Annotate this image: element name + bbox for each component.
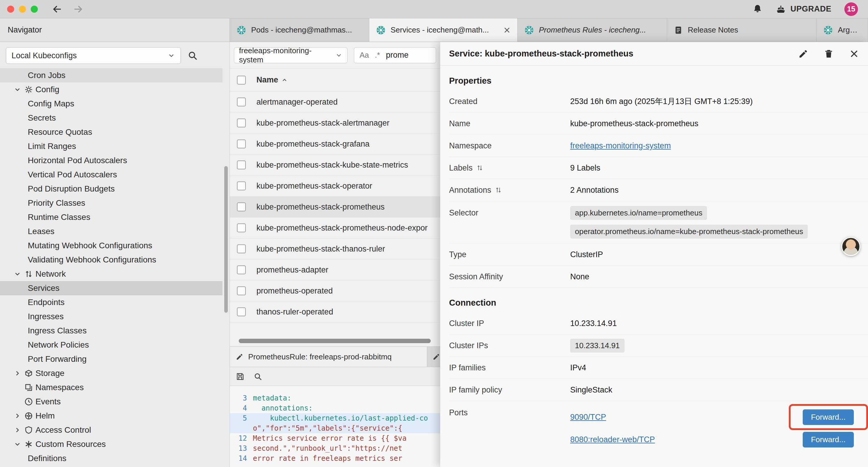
row-checkbox[interactable]: [237, 286, 246, 295]
sort-caret-icon[interactable]: [281, 77, 288, 83]
row-checkbox[interactable]: [237, 202, 246, 211]
table-row[interactable]: thanos-ruler-operated: [230, 301, 440, 322]
sidebar-group-helm[interactable]: Helm: [0, 409, 222, 423]
row-checkbox[interactable]: [237, 160, 246, 169]
name-column-header[interactable]: Name: [256, 76, 278, 85]
sidebar-item-priority-classes[interactable]: Priority Classes: [0, 196, 222, 210]
back-arrow-icon[interactable]: [52, 4, 63, 14]
tab-pods[interactable]: Pods - icecheng@mathmas...: [230, 18, 369, 42]
sidebar-item-mutating-webhook-configurations[interactable]: Mutating Webhook Configurations: [0, 238, 222, 253]
row-checkbox[interactable]: [237, 97, 246, 107]
minimize-window-button[interactable]: [19, 6, 26, 13]
table-row[interactable]: alertmanager-operated: [230, 92, 440, 113]
edit-pencil-icon[interactable]: [798, 49, 808, 59]
table-row[interactable]: kube-prometheus-stack-grafana: [230, 134, 440, 154]
row-checkbox[interactable]: [237, 119, 246, 127]
delete-trash-icon[interactable]: [824, 49, 834, 59]
sidebar-scrollbar[interactable]: [224, 166, 228, 313]
chevron-down-icon: [13, 270, 21, 278]
table-row[interactable]: prometheus-adapter: [230, 260, 440, 281]
sidebar-item-vertical-pod-autoscalers[interactable]: Vertical Pod Autoscalers: [0, 168, 222, 182]
table-row[interactable]: kube-prometheus-stack-operator: [230, 176, 440, 197]
sidebar-item-events[interactable]: Events: [0, 395, 222, 409]
row-checkbox[interactable]: [237, 308, 246, 316]
dock-tab-prometheusrule[interactable]: PrometheusRule: freeleaps-prod-rabbitmq: [230, 347, 427, 367]
row-checkbox[interactable]: [237, 140, 246, 148]
sidebar-item-config-maps[interactable]: Config Maps: [0, 97, 222, 111]
sidebar-item-cron-jobs[interactable]: Cron Jobs: [0, 68, 222, 83]
sidebar-item-leases[interactable]: Leases: [0, 224, 222, 238]
gear-icon: [24, 85, 33, 94]
match-case-icon[interactable]: Aa: [360, 51, 369, 60]
regex-icon[interactable]: .*: [375, 51, 380, 60]
table-row[interactable]: kube-prometheus-stack-kube-state-metrics: [230, 154, 440, 176]
forward-button[interactable]: Forward...: [803, 432, 854, 447]
close-tab-icon[interactable]: [503, 26, 511, 34]
expand-collapse-icon[interactable]: [476, 164, 483, 171]
table-horizontal-scrollbar[interactable]: [239, 339, 431, 343]
sidebar-item-limit-ranges[interactable]: Limit Ranges: [0, 139, 222, 153]
search-icon[interactable]: [253, 372, 262, 381]
sidebar-item-definitions[interactable]: Definitions: [0, 451, 222, 466]
sidebar-item-horizontal-pod-autoscalers[interactable]: Horizontal Pod Autoscalers: [0, 153, 222, 168]
sidebar-group-custom-resources[interactable]: Custom Resources: [0, 437, 222, 451]
sidebar-group-network[interactable]: Network: [0, 267, 222, 281]
sidebar-item-runtime-classes[interactable]: Runtime Classes: [0, 210, 222, 224]
sidebar-item-services[interactable]: Services: [0, 281, 222, 295]
table-row[interactable]: kube-prometheus-stack-alertmanager: [230, 113, 440, 134]
close-window-button[interactable]: [7, 6, 14, 13]
row-checkbox[interactable]: [237, 244, 246, 253]
tab-argo[interactable]: Argo S: [816, 18, 868, 42]
select-all-checkbox[interactable]: [237, 76, 246, 85]
kubernetes-icon: [823, 25, 833, 35]
sidebar-group-access-control[interactable]: Access Control: [0, 423, 222, 437]
namespace-link[interactable]: freeleaps-monitoring-system: [570, 141, 671, 150]
tab-prometheus-rules[interactable]: Prometheus Rules - icecheng...: [518, 18, 667, 42]
yaml-editor[interactable]: 3metadata: 4 annotations: 5 kubectl.kube…: [230, 386, 440, 467]
port-link[interactable]: 9090/TCP: [570, 413, 606, 422]
chevron-down-icon: [13, 440, 21, 448]
maximize-window-button[interactable]: [31, 6, 38, 13]
expand-collapse-icon[interactable]: [495, 186, 502, 194]
forward-arrow-icon[interactable]: [73, 4, 83, 14]
notification-count-badge[interactable]: 15: [844, 2, 858, 16]
sidebar-item-ingresses[interactable]: Ingresses: [0, 310, 222, 324]
search-icon[interactable]: [187, 50, 198, 61]
sidebar-group-storage[interactable]: Storage: [0, 366, 222, 380]
chevron-down-icon: [167, 52, 175, 59]
kubeconfig-dropdown[interactable]: Local Kubeconfigs: [6, 47, 181, 64]
sidebar-item-resource-quotas[interactable]: Resource Quotas: [0, 125, 222, 139]
upgrade-button[interactable]: UPGRADE: [776, 4, 831, 14]
sidebar-item-port-forwarding[interactable]: Port Forwarding: [0, 352, 222, 366]
forward-button[interactable]: Forward...: [803, 409, 854, 425]
table-row[interactable]: kube-prometheus-stack-prometheus-node-ex…: [230, 217, 440, 238]
upgrade-ship-icon: [776, 4, 786, 14]
row-checkbox[interactable]: [237, 181, 246, 191]
document-icon: [674, 25, 683, 35]
tab-release-notes[interactable]: Release Notes: [667, 18, 816, 42]
namespace-filter-dropdown[interactable]: freeleaps-monitoring-system: [234, 47, 347, 63]
row-checkbox[interactable]: [237, 265, 246, 274]
search-input[interactable]: Aa .* prome: [354, 47, 436, 63]
sidebar-item-validating-webhook-configurations[interactable]: Validating Webhook Configurations: [0, 253, 222, 267]
cluster-ip-row: Cluster IP 10.233.14.91: [449, 313, 868, 334]
save-icon[interactable]: [236, 372, 245, 381]
table-row-selected[interactable]: kube-prometheus-stack-prometheus: [230, 197, 440, 217]
table-row[interactable]: kube-prometheus-stack-thanos-ruler: [230, 238, 440, 260]
tab-services[interactable]: Services - icecheng@math...: [369, 18, 518, 42]
sidebar-item-endpoints[interactable]: Endpoints: [0, 295, 222, 310]
user-avatar[interactable]: [841, 237, 860, 256]
row-checkbox[interactable]: [237, 224, 246, 232]
table-header: Name: [230, 68, 440, 92]
close-panel-icon[interactable]: [849, 49, 859, 59]
sidebar-item-secrets[interactable]: Secrets: [0, 111, 222, 125]
sidebar-item-pod-disruption-budgets[interactable]: Pod Disruption Budgets: [0, 182, 222, 196]
port-link[interactable]: 8080:reloader-web/TCP: [570, 435, 655, 444]
table-row[interactable]: prometheus-operated: [230, 281, 440, 301]
sidebar-item-namespaces[interactable]: Namespaces: [0, 380, 222, 395]
notifications-bell-icon[interactable]: [752, 4, 763, 14]
sidebar-item-network-policies[interactable]: Network Policies: [0, 338, 222, 352]
dock-tab-partial[interactable]: [427, 347, 440, 367]
sidebar-group-config[interactable]: Config: [0, 83, 222, 97]
sidebar-item-ingress-classes[interactable]: Ingress Classes: [0, 324, 222, 338]
